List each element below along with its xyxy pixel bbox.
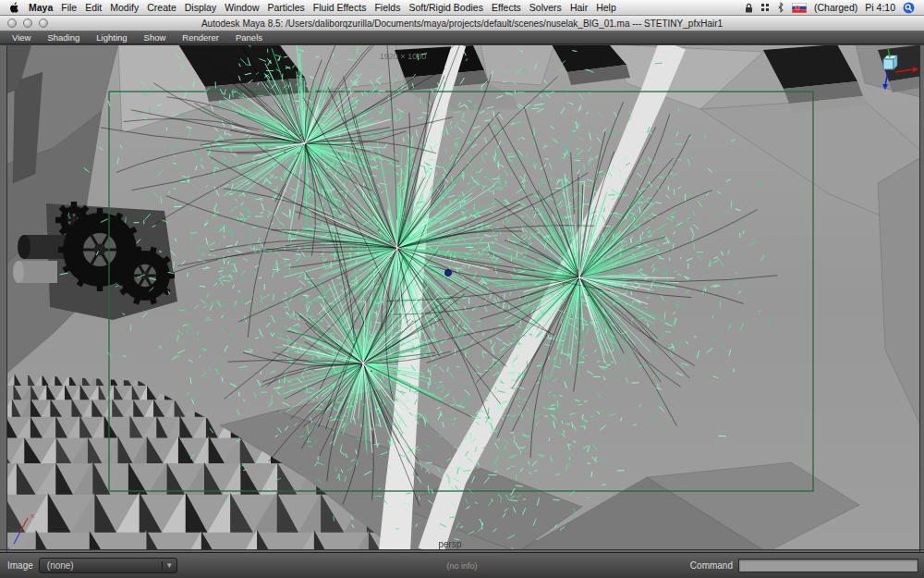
panel-menu-panels[interactable]: Panels [227, 32, 271, 43]
command-input[interactable] [738, 559, 918, 572]
zoom-button[interactable] [39, 18, 48, 28]
menu-hair[interactable]: Hair [570, 2, 588, 13]
spotlight-icon[interactable] [903, 2, 915, 14]
bluetooth-icon[interactable] [777, 2, 784, 13]
menu-solvers[interactable]: Solvers [529, 2, 562, 13]
menu-display[interactable]: Display [185, 2, 216, 13]
image-dropdown-value: (none) [40, 560, 162, 571]
perspective-viewport [0, 44, 924, 552]
window-title: Autodesk Maya 8.5: /Users/daliborqzurill… [0, 18, 924, 29]
menu-maya[interactable]: Maya [29, 2, 53, 13]
panel-menu-show[interactable]: Show [136, 32, 175, 43]
grid-icon[interactable] [760, 3, 770, 12]
window-titlebar[interactable]: Autodesk Maya 8.5: /Users/daliborqzurill… [0, 16, 924, 31]
panel-menu-view[interactable]: View [4, 32, 39, 43]
lock-icon[interactable] [745, 3, 753, 13]
bottom-bar: Image (none) ▼ (no info) Command [0, 552, 924, 578]
menu-fields[interactable]: Fields [374, 2, 400, 13]
chevron-down-icon: ▼ [162, 561, 176, 570]
menu-particles[interactable]: Particles [268, 2, 305, 13]
panel-menu-shading[interactable]: Shading [39, 32, 88, 43]
image-dropdown[interactable]: (none) ▼ [39, 558, 177, 573]
menu-window[interactable]: Window [225, 2, 259, 13]
apple-logo-icon[interactable] [9, 2, 19, 14]
viewport-canvas[interactable] [0, 44, 924, 552]
menu-edit[interactable]: Edit [85, 2, 102, 13]
command-label: Command [690, 560, 733, 571]
panel-menu-lighting[interactable]: Lighting [88, 32, 135, 43]
macos-menubar: Maya File Edit Modify Create Display Win… [0, 0, 924, 16]
menu-create[interactable]: Create [147, 2, 176, 13]
panel-menubar: View Shading Lighting Show Renderer Pane… [0, 31, 924, 44]
menu-fluid-effects[interactable]: Fluid Effects [313, 2, 367, 13]
clock[interactable]: Pi 4:10 [865, 2, 895, 13]
minimize-button[interactable] [23, 18, 32, 28]
panel-menu-renderer[interactable]: Renderer [174, 32, 227, 43]
menu-help[interactable]: Help [596, 2, 616, 13]
battery-status[interactable]: (Charged) [814, 2, 857, 13]
menu-soft-rigid-bodies[interactable]: Soft/Rigid Bodies [408, 2, 483, 13]
menu-file[interactable]: File [61, 2, 77, 13]
menu-effects[interactable]: Effects [492, 2, 521, 13]
close-button[interactable] [7, 18, 17, 28]
menu-modify[interactable]: Modify [110, 2, 139, 13]
flag-icon[interactable] [792, 3, 807, 13]
image-label: Image [7, 560, 33, 571]
